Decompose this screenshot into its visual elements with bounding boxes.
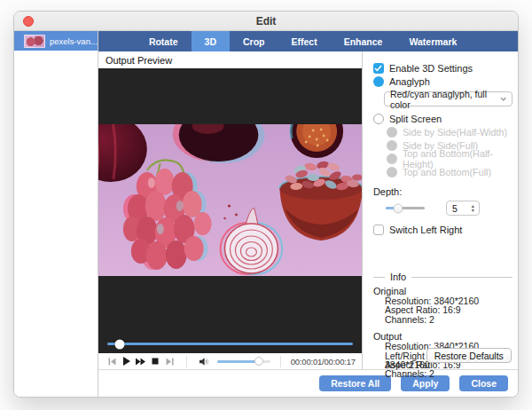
stepper-down-icon[interactable]: ▼ — [471, 209, 475, 213]
tab-bar: Rotate 3D Crop Effect Enhance Watermark — [98, 31, 518, 51]
enable-3d-checkbox[interactable] — [373, 63, 384, 74]
transport-divider — [186, 356, 187, 367]
depth-slider[interactable] — [386, 207, 425, 209]
video-thumbnail — [24, 35, 45, 48]
tab-watermark[interactable]: Watermark — [395, 31, 470, 51]
tab-crop[interactable]: Crop — [230, 31, 278, 51]
depth-value: 5 — [447, 203, 467, 214]
tab-effect[interactable]: Effect — [278, 31, 330, 51]
split-screen-row: Split Screen — [373, 113, 512, 124]
enable-3d-row: Enable 3D Settings — [373, 62, 512, 74]
info-title: Info — [390, 272, 406, 282]
tab-rotate[interactable]: Rotate — [136, 31, 192, 51]
output-channels: Channels: 2 — [385, 369, 512, 378]
side-by-side-half-radio — [387, 127, 397, 138]
stop-button[interactable] — [148, 355, 162, 367]
depth-slider-row: 5 ▲ ▼ — [386, 201, 512, 216]
sidebar-item-video[interactable]: pexels-van... — [14, 31, 98, 51]
volume-icon[interactable] — [197, 355, 211, 367]
volume-slider-fill — [217, 360, 258, 363]
side-by-side-full-radio — [387, 140, 397, 151]
split-screen-radio[interactable] — [373, 114, 384, 124]
transport-divider-2 — [280, 356, 281, 367]
info-section-divider: Info — [373, 272, 512, 282]
transport-bar: 00:00:01/00:00:17 — [98, 353, 362, 369]
restore-all-button[interactable]: Restore All — [319, 375, 391, 391]
volume-slider-thumb[interactable] — [254, 357, 263, 366]
video-viewport — [98, 68, 362, 353]
side-by-side-half-label: Side by Side(Half-Width) — [403, 127, 507, 138]
switch-left-right-row: Switch Left Right — [373, 224, 512, 235]
depth-label: Depth: — [373, 185, 512, 197]
depth-slider-thumb[interactable] — [394, 203, 403, 213]
enable-3d-label: Enable 3D Settings — [389, 63, 473, 74]
anaglyph-mode-value: Red/cyan anaglyph, full color — [390, 89, 500, 110]
next-frame-button[interactable] — [162, 355, 176, 367]
sidebar-item-label: pexels-van... — [50, 36, 98, 46]
edit-dialog: Edit pexels-van... Rotate 3D Crop Effect… — [13, 11, 519, 398]
seek-thumb[interactable] — [114, 339, 124, 349]
seek-bar[interactable] — [107, 343, 353, 345]
anaglyph-mode-select[interactable]: Red/cyan anaglyph, full color — [384, 91, 512, 106]
volume-slider[interactable] — [217, 360, 270, 363]
window-title: Edit — [256, 15, 277, 28]
tab-3d[interactable]: 3D — [192, 31, 230, 51]
stepper-arrows[interactable]: ▲ ▼ — [467, 204, 479, 212]
title-bar: Edit — [14, 12, 518, 31]
anaglyph-row: Anaglyph — [373, 75, 512, 87]
playback-time: 00:00:01/00:00:17 — [291, 357, 356, 367]
fast-forward-button[interactable] — [133, 355, 147, 367]
tab-enhance[interactable]: Enhance — [331, 31, 396, 51]
split-screen-label: Split Screen — [389, 114, 442, 124]
screen: Edit pexels-van... Rotate 3D Crop Effect… — [0, 0, 532, 410]
switch-left-right-checkbox[interactable] — [373, 225, 384, 235]
top-bottom-full-radio — [387, 167, 397, 177]
chevron-down-icon — [500, 97, 506, 101]
top-bottom-half-radio — [387, 154, 397, 164]
split-option-row: Top and Bottom(Half-Height) — [387, 154, 512, 164]
file-sidebar: pexels-van... — [14, 31, 98, 397]
previous-frame-button[interactable] — [105, 355, 119, 367]
depth-stepper[interactable]: 5 ▲ ▼ — [446, 201, 480, 216]
settings-panel: Enable 3D Settings Anaglyph Red/cyan ana… — [363, 51, 519, 369]
close-window-button[interactable] — [23, 16, 34, 27]
anaglyph-label: Anaglyph — [389, 76, 430, 87]
preview-title: Output Preview — [98, 51, 362, 68]
original-channels: Channels: 2 — [385, 315, 512, 324]
anaglyph-radio[interactable] — [373, 76, 384, 87]
restore-defaults-button[interactable]: Restore Defaults — [426, 348, 512, 363]
top-bottom-full-label: Top and Bottom(Full) — [403, 167, 491, 177]
video-frame-image — [98, 124, 362, 276]
switch-left-right-label: Switch Left Right — [389, 225, 463, 235]
preview-panel: Output Preview — [98, 51, 363, 369]
split-option-row: Side by Side(Half-Width) — [387, 127, 512, 138]
play-button[interactable] — [119, 355, 133, 367]
